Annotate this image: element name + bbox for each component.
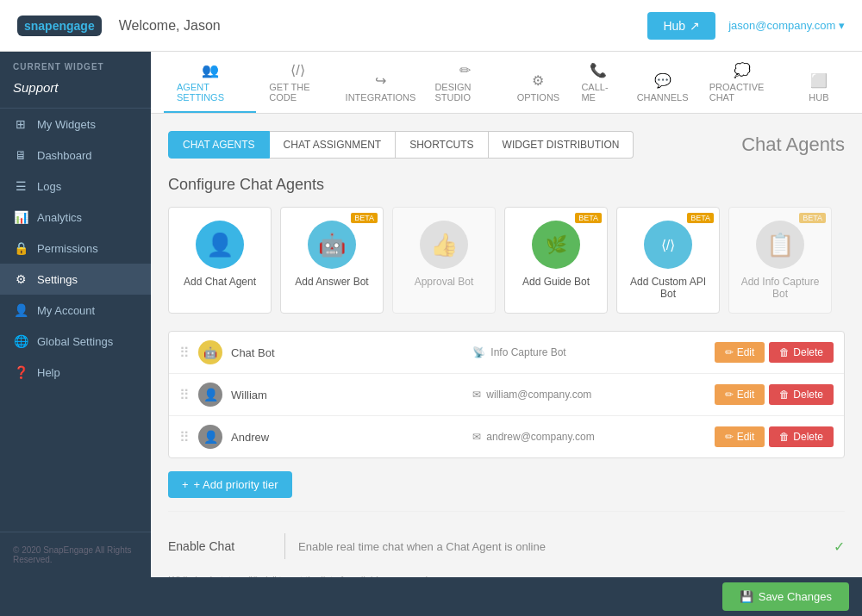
drag-handle-chat-bot[interactable]: ⠿ [179,345,190,361]
email-col-william: ✉ william@company.com [472,389,705,401]
tab-integrations[interactable]: ↪ INTEGRATIONS [339,62,422,113]
tab-options[interactable]: ⚙ OPTIONS [508,62,568,113]
sidebar-item-logs[interactable]: ☰ Logs [0,171,151,202]
sidebar-item-analytics[interactable]: 📊 Analytics [0,202,151,233]
tab-label-get-the-code: GET THE CODE [269,82,326,103]
guide-bot-beta-badge: BETA [575,213,602,223]
sidebar-item-permissions[interactable]: 🔒 Permissions [0,233,151,264]
sub-tab-widget-distribution[interactable]: WIDGET DISTRIBUTION [489,131,634,159]
actions-andrew: ✏ Edit 🗑 Delete [715,426,834,447]
edit-button-william[interactable]: ✏ Edit [715,384,765,405]
sidebar-item-settings[interactable]: ⚙ Settings [0,264,151,295]
channels-tab-icon: 💬 [654,72,671,89]
email-chat-bot: Info Capture Bot [490,346,565,358]
email-col-andrew: ✉ andrew@company.com [472,431,705,443]
hub-button[interactable]: Hub ↗ [647,12,715,40]
add-guide-bot-label: Add Guide Bot [514,276,598,288]
add-custom-api-bot-label: Add Custom API Bot [626,276,710,300]
add-priority-tier-button[interactable]: + + Add priority tier [168,471,292,498]
agent-cards: 👤 Add Chat Agent BETA 🤖 Add Answer Bot 👍… [168,207,845,314]
agent-settings-tab-icon: 👥 [202,62,219,78]
save-label: Save Changes [759,590,832,603]
my-widgets-icon: ⊞ [13,117,28,131]
global-settings-icon: 🌐 [13,334,28,348]
sub-tabs: CHAT AGENTS CHAT ASSIGNMENT SHORTCUTS WI… [168,131,845,159]
sidebar-item-my-account[interactable]: 👤 My Account [0,295,151,326]
options-tab-icon: ⚙ [532,72,544,89]
enable-divider [284,533,285,559]
get-code-tab-icon: ⟨/⟩ [290,62,304,78]
edit-pencil-icon-william: ✏ [725,389,734,401]
delete-button-chat-bot[interactable]: 🗑 Delete [769,342,834,363]
delete-button-william[interactable]: 🗑 Delete [769,384,834,405]
sidebar-copyright: © 2020 SnapEngage All Rights Reserved. [0,532,151,577]
add-answer-bot-icon: 🤖 [308,221,356,269]
delete-button-andrew[interactable]: 🗑 Delete [769,426,834,447]
sub-tab-chat-assignment[interactable]: CHAT ASSIGNMENT [270,131,397,159]
sidebar-item-global-settings[interactable]: 🌐 Global Settings [0,326,151,357]
table-row: ⠿ 👤 William ✉ william@company.com ✏ Edit [169,374,844,416]
tab-label-options: OPTIONS [517,92,560,103]
actions-william: ✏ Edit 🗑 Delete [715,384,834,405]
tab-label-proactive-chat: PROACTIVE CHAT [709,82,776,103]
edit-button-andrew[interactable]: ✏ Edit [715,426,765,447]
info-capture-bot-beta-badge: BETA [799,213,826,223]
enable-chat-label: Enable Chat [168,539,272,553]
delete-trash-icon: 🗑 [779,346,790,358]
delete-trash-icon-andrew: 🗑 [779,431,790,443]
sub-tab-shortcuts[interactable]: SHORTCUTS [396,131,488,159]
email-william: william@company.com [486,389,591,401]
sidebar-item-my-widgets[interactable]: ⊞ My Widgets [0,109,151,140]
save-changes-button[interactable]: 💾 Save Changes [722,582,849,611]
sidebar-label-logs: Logs [37,180,61,193]
avatar-william: 👤 [198,383,222,407]
add-tier-icon: + [182,478,189,491]
edit-button-chat-bot[interactable]: ✏ Edit [715,342,765,363]
card-approval-bot: 👍 Approval Bot [392,207,496,314]
tab-agent-settings[interactable]: 👥 AGENT SETTINGS [164,52,256,113]
card-add-answer-bot[interactable]: BETA 🤖 Add Answer Bot [280,207,384,314]
tab-design-studio[interactable]: ✏ DESIGN STUDIO [422,52,508,113]
sidebar-label-settings: Settings [37,273,78,286]
tab-get-the-code[interactable]: ⟨/⟩ GET THE CODE [256,52,339,113]
sidebar-label-help: Help [37,366,60,379]
user-email[interactable]: jason@company.com [728,19,845,32]
welcome-text: Welcome, Jason [119,18,648,34]
add-custom-api-bot-icon: ⟨/⟩ [644,221,692,269]
call-me-tab-icon: 📞 [590,62,607,78]
sidebar-item-dashboard[interactable]: 🖥 Dashboard [0,140,151,171]
enable-chat-description: Enable real time chat when a Chat Agent … [298,540,821,553]
hub-tab-icon: ⬜ [810,72,828,89]
card-add-custom-api-bot[interactable]: BETA ⟨/⟩ Add Custom API Bot [616,207,720,314]
main-layout: CURRENT WIDGET Support ⊞ My Widgets 🖥 Da… [0,52,862,577]
integrations-tab-icon: ↪ [375,72,386,89]
content-area: 👥 AGENT SETTINGS ⟨/⟩ GET THE CODE ↪ INTE… [151,52,862,577]
tab-channels[interactable]: 💬 CHANNELS [628,62,696,113]
sub-tab-chat-agents[interactable]: CHAT AGENTS [168,131,270,159]
tab-call-me[interactable]: 📞 CALL-ME [568,52,628,113]
drag-handle-andrew[interactable]: ⠿ [179,429,190,445]
tab-label-agent-settings: AGENT SETTINGS [177,82,243,103]
add-answer-bot-label: Add Answer Bot [290,276,374,288]
hub-external-icon: ↗ [690,19,700,33]
approval-bot-icon: 👍 [420,221,468,269]
delete-trash-icon-william: 🗑 [779,389,790,401]
avatar-andrew: 👤 [198,425,222,449]
sidebar-label-permissions: Permissions [37,242,98,255]
card-add-guide-bot[interactable]: BETA 🌿 Add Guide Bot [504,207,608,314]
tab-label-hub: HUB [809,92,828,103]
name-andrew: Andrew [231,431,464,444]
drag-handle-william[interactable]: ⠿ [179,387,190,403]
tab-proactive-chat[interactable]: 💭 PROACTIVE CHAT [696,52,789,113]
table-row: ⠿ 🤖 Chat Bot 📡 Info Capture Bot ✏ Edit � [169,332,844,374]
email-andrew: andrew@company.com [486,431,594,443]
edit-pencil-icon: ✏ [725,346,734,358]
name-chat-bot: Chat Bot [231,346,464,359]
sidebar-item-help[interactable]: ❓ Help [0,357,151,388]
sidebar-label-global-settings: Global Settings [37,335,113,348]
email-col-chat-bot: 📡 Info Capture Bot [472,346,705,358]
my-account-icon: 👤 [13,303,28,317]
tab-hub[interactable]: ⬜ HUB [789,62,849,113]
settings-icon: ⚙ [13,272,28,286]
card-add-chat-agent[interactable]: 👤 Add Chat Agent [168,207,272,314]
